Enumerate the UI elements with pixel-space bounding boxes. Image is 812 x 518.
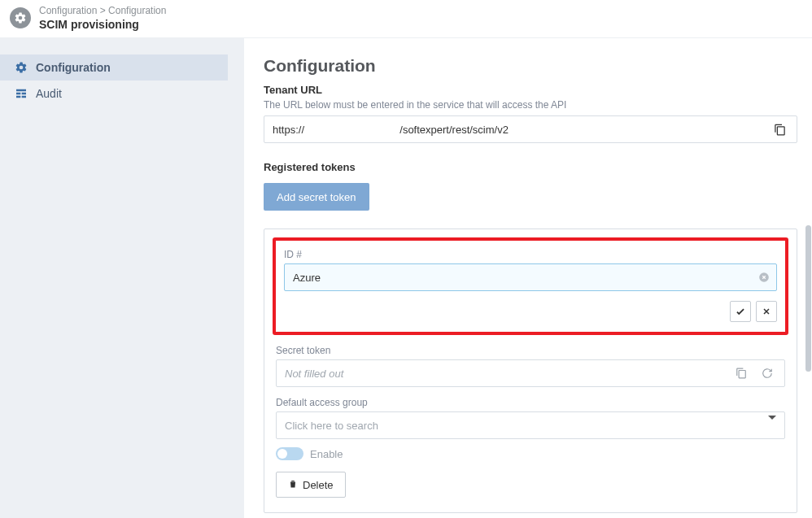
access-group-label: Default access group <box>276 397 785 408</box>
scrollbar-thumb[interactable] <box>805 225 811 372</box>
tokens-label: Registered tokens <box>264 161 797 173</box>
chevron-down-icon <box>768 420 776 432</box>
enable-label: Enable <box>310 448 343 460</box>
refresh-icon[interactable] <box>758 364 776 382</box>
gear-icon <box>10 7 31 28</box>
sidebar-item-configuration[interactable]: Configuration <box>0 54 228 81</box>
enable-toggle[interactable] <box>276 447 303 460</box>
cancel-button[interactable] <box>756 301 777 322</box>
copy-icon[interactable] <box>732 364 750 382</box>
sidebar: Configuration Audit <box>0 38 228 518</box>
token-card: ID # <box>264 229 797 513</box>
layout-gap <box>228 38 244 518</box>
gear-icon <box>15 61 28 74</box>
id-label: ID # <box>284 249 777 260</box>
id-highlight-box: ID # <box>273 237 788 335</box>
page-header: Configuration > Configuration SCIM provi… <box>0 0 812 38</box>
main-content: Configuration Tenant URL The URL below m… <box>244 38 812 518</box>
add-secret-token-button[interactable]: Add secret token <box>264 183 369 211</box>
tenant-url-help: The URL below must be entered in the ser… <box>264 99 797 111</box>
trash-icon <box>288 479 298 491</box>
secret-token-label: Secret token <box>276 345 785 356</box>
sidebar-item-label: Audit <box>36 87 62 100</box>
delete-button[interactable]: Delete <box>276 472 346 498</box>
copy-icon[interactable] <box>771 120 788 138</box>
section-title: Configuration <box>264 56 797 76</box>
sidebar-item-audit[interactable]: Audit <box>0 81 228 107</box>
table-icon <box>15 87 28 100</box>
secret-token-field[interactable]: Not filled out <box>276 359 785 387</box>
vertical-scrollbar[interactable] <box>804 38 812 518</box>
sidebar-item-label: Configuration <box>36 61 111 74</box>
access-group-placeholder: Click here to search <box>285 420 768 432</box>
clear-icon[interactable] <box>757 271 771 284</box>
tenant-url-label: Tenant URL <box>264 84 797 96</box>
breadcrumb: Configuration > Configuration <box>39 5 166 16</box>
tenant-url-value: https:// /softexpert/rest/scim/v2 <box>273 124 771 136</box>
secret-token-placeholder: Not filled out <box>285 368 724 380</box>
page-title: SCIM provisioning <box>39 18 166 31</box>
id-input[interactable] <box>284 263 777 291</box>
confirm-button[interactable] <box>730 301 751 322</box>
tenant-url-field[interactable]: https:// /softexpert/rest/scim/v2 <box>264 115 797 143</box>
enable-row: Enable <box>276 447 785 460</box>
access-group-select[interactable]: Click here to search <box>276 411 785 439</box>
